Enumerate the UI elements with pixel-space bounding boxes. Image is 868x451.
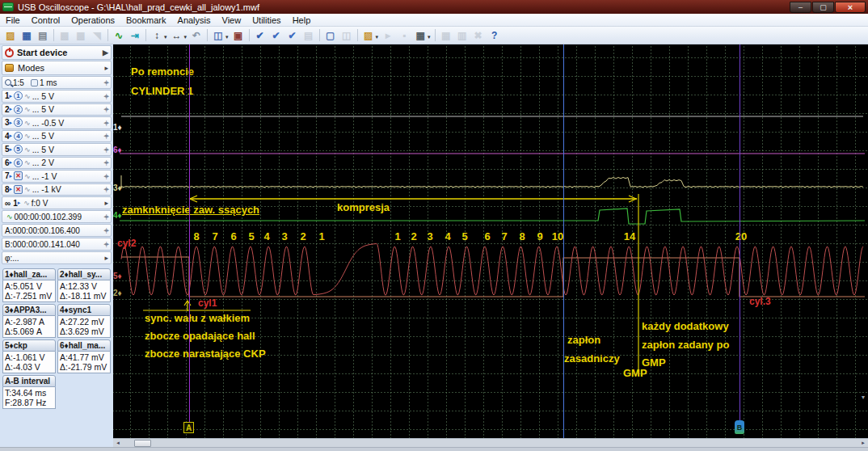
step-arrows-icon[interactable]: ◂|▸ — [103, 120, 108, 126]
channel-row-1[interactable]: 1▸1∿... 5 V◂|▸ — [2, 90, 112, 103]
annotation-zbocze-narastaj-ce-ckp: zbocze narastające CKP — [145, 348, 266, 359]
cursor-live-line[interactable] — [563, 44, 564, 438]
horizontal-scrollbar[interactable]: ◂ ▸ — [113, 438, 868, 447]
annotation-cyl-3: cyl.3 — [749, 297, 771, 306]
close-button[interactable]: × — [835, 2, 866, 13]
marker-icon[interactable]: ⇥ — [128, 28, 142, 43]
channel-badge-icon[interactable]: 2 — [14, 105, 23, 114]
copy-data-icon: ▩ — [74, 28, 88, 43]
modes-icon — [5, 64, 14, 72]
measure-box-2-header[interactable]: 2♦hall_sy... — [57, 268, 111, 280]
cursor-a-handle[interactable]: A — [183, 422, 194, 433]
accept-icon[interactable]: ✔ — [253, 28, 268, 43]
print-icon[interactable]: ▤ — [36, 28, 50, 43]
step-arrows-icon[interactable]: ◂|▸ — [103, 213, 108, 220]
channel-row-5[interactable]: 5▸5∿... 5 V◂|▸ — [2, 143, 112, 156]
cursor-a-row[interactable]: A:000:00:00.106.400 ◂|▸ — [2, 224, 112, 237]
display-mode-icon[interactable]: ◫ — [211, 28, 225, 43]
load-settings-icon[interactable]: ✔ — [285, 28, 300, 43]
start-device-button[interactable]: Start device ▶ — [2, 45, 112, 60]
measure-box-3-header[interactable]: 3♦APPA3... — [2, 304, 56, 316]
channel-badge-icon[interactable]: 3 — [14, 118, 23, 127]
menu-file[interactable]: File — [0, 14, 26, 26]
copy-screen-icon: ▩ — [57, 28, 72, 43]
vertical-scale-icon-dropdown[interactable]: ▾ — [164, 34, 167, 40]
pulse-icon[interactable]: ∿ — [112, 28, 126, 43]
oscilloscope-display[interactable]: ▾ Po remoncieCYLINDER 1zamknknięcie zaw.… — [113, 44, 868, 438]
channel-row-2[interactable]: 2▸2∿... 5 V◂|▸ — [2, 103, 112, 116]
menu-view[interactable]: View — [217, 14, 247, 26]
menu-operations[interactable]: Operations — [65, 14, 120, 26]
step-arrows-icon[interactable]: ◂|▸ — [103, 241, 108, 247]
channel-badge-icon[interactable]: 5 — [14, 145, 23, 154]
channel-disabled-icon[interactable]: ✕ — [14, 185, 23, 194]
measure-box-5-header[interactable]: 5♦ckp — [2, 339, 56, 352]
step-arrows-icon[interactable]: ◂|▸ — [103, 146, 108, 153]
save-icon[interactable]: ▦ — [19, 28, 34, 43]
open-icon[interactable]: ▨ — [3, 28, 18, 43]
help-icon[interactable]: ? — [487, 28, 502, 43]
step-arrows-icon[interactable]: ◂|▸ — [103, 227, 108, 234]
measure-box-1-header[interactable]: 1♦hall_za... — [2, 268, 56, 280]
channel-4-marker[interactable]: 4♦ — [113, 211, 122, 220]
menu-bookmark[interactable]: Bookmark — [120, 14, 172, 26]
horizontal-scale-icon-dropdown[interactable]: ▾ — [184, 34, 188, 40]
cursor-b-row[interactable]: B:000:00:00.141.040 ◂|▸ — [2, 238, 112, 251]
ab-interval-box-header[interactable]: A-B interval — [2, 375, 56, 387]
select-region-icon[interactable]: ▢ — [323, 28, 338, 43]
vertical-scale-icon[interactable]: ↕ — [150, 28, 164, 43]
counter-icon-dropdown[interactable]: ▾ — [428, 34, 431, 40]
new-session-icon[interactable]: ▨ — [361, 28, 376, 43]
new-session-icon-dropdown[interactable]: ▾ — [376, 34, 379, 40]
scrollbar-thumb[interactable] — [134, 440, 151, 447]
step-arrows-icon[interactable]: ◂|▸ — [103, 173, 108, 179]
trigger-row[interactable]: ∞ 1 ▸ ∿ f:0 V ▸ — [2, 196, 112, 209]
measure-box-6-header[interactable]: 6♦hall_ma... — [57, 339, 111, 352]
channel-row-4[interactable]: 4▸4∿... 5 V◂|▸ — [2, 130, 112, 143]
channel-row-8[interactable]: 8▸✕∿... -1 kV◂|▸ — [2, 183, 112, 196]
scroll-right-icon[interactable]: ▸ — [858, 439, 868, 447]
step-arrows-icon[interactable]: ◂|▸ — [103, 106, 108, 112]
step-arrows-icon[interactable]: ◂|▸ — [103, 186, 108, 192]
cursor-b-handle[interactable]: B — [735, 420, 744, 434]
scale-row[interactable]: 1:5 1 ms ◂|▸ — [2, 76, 112, 89]
cursor-a-line[interactable] — [189, 44, 190, 424]
time-position-row[interactable]: ∿ 000:00:00.102.399 ◂|▸ — [2, 210, 112, 223]
save-settings-icon[interactable]: ✔ — [269, 28, 284, 43]
title-bar[interactable]: USB Oscilloscope - G:\HAL\hall_prąd_cewk… — [0, 0, 868, 14]
measure-box-4-header[interactable]: 4♦sync1 — [57, 304, 111, 316]
channel-6-marker[interactable]: 6♦ — [113, 145, 122, 154]
channel-disabled-icon[interactable]: ✕ — [14, 171, 23, 180]
cursor-b-line[interactable] — [739, 44, 740, 424]
channel-badge-icon[interactable]: 6 — [14, 158, 23, 167]
scroll-left-icon[interactable]: ◂ — [113, 439, 123, 447]
measure-box-6-values: A:41.77 mVΔ:-21.79 mV — [57, 352, 111, 373]
channel-badge-icon[interactable]: 4 — [14, 132, 23, 141]
minimize-button[interactable]: – — [790, 2, 811, 13]
menu-help[interactable]: Help — [287, 14, 317, 26]
phase-row[interactable]: φ:... ▸ — [2, 251, 112, 264]
display-mode-icon-dropdown[interactable]: ▾ — [225, 34, 229, 40]
menu-control[interactable]: Control — [26, 14, 65, 26]
step-arrows-icon[interactable]: ◂|▸ — [103, 93, 108, 99]
plot-scroll-down-icon[interactable]: ▾ — [862, 394, 865, 401]
channel-1-marker[interactable]: 1♦ — [113, 123, 122, 132]
channel-badge-icon[interactable]: 1 — [14, 91, 23, 100]
channel-row-6[interactable]: 6▸6∿... 2 V◂|▸ — [2, 157, 112, 170]
channel-2-marker[interactable]: 2♦ — [113, 289, 122, 297]
maximize-button[interactable]: ▢ — [812, 2, 834, 13]
step-arrows-icon[interactable]: ◂|▸ — [103, 79, 108, 86]
channel-3-marker[interactable]: 3♦ — [113, 183, 122, 192]
channel-row-7[interactable]: 7▸✕∿... -1 V◂|▸ — [2, 170, 112, 183]
menu-analysis[interactable]: Analysis — [172, 14, 217, 26]
horizontal-scale-icon[interactable]: ↔ — [170, 28, 184, 43]
channel-5-marker[interactable]: 5♦ — [113, 272, 122, 280]
channel-row-3[interactable]: 3▸3∿... -0.5 V◂|▸ — [2, 116, 112, 129]
modes-button[interactable]: Modes ▸ — [2, 61, 112, 75]
undo-icon[interactable]: ↶ — [189, 28, 204, 43]
menu-utilities[interactable]: Utilities — [246, 14, 286, 26]
counter-icon[interactable]: ▦ — [413, 28, 428, 43]
step-arrows-icon[interactable]: ◂|▸ — [103, 133, 108, 139]
fullscreen-icon[interactable]: ▣ — [231, 28, 246, 43]
step-arrows-icon[interactable]: ◂|▸ — [103, 159, 108, 166]
